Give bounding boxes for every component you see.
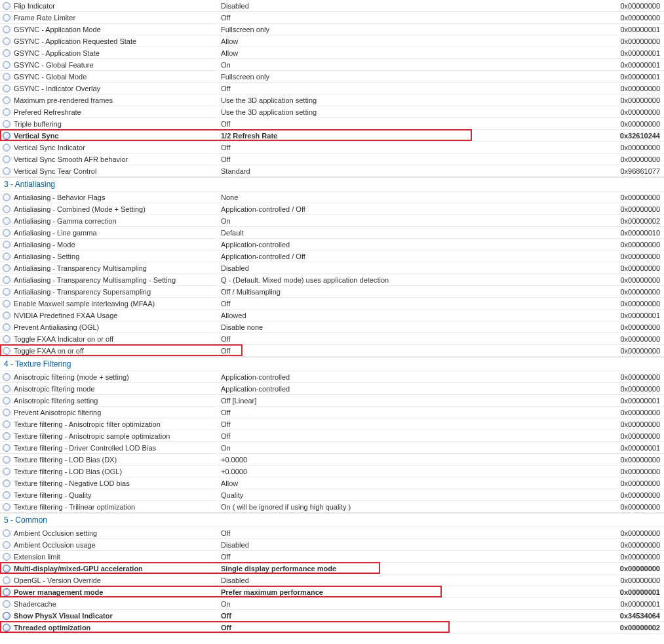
setting-value[interactable]: Off <box>220 418 610 430</box>
setting-value[interactable]: Default <box>220 227 610 239</box>
setting-row[interactable]: Frame Rate LimiterOff0x00000000 <box>0 12 664 24</box>
section-header[interactable]: 3 - Antialiasing <box>0 177 664 191</box>
setting-row[interactable]: Texture filtering - Trilinear optimizati… <box>0 501 664 513</box>
setting-value[interactable]: None <box>220 191 610 203</box>
setting-value[interactable]: Off <box>220 298 610 310</box>
setting-row[interactable]: Antialiasing - Line gammaDefault0x000000… <box>0 227 664 239</box>
setting-row[interactable]: Antialiasing - Gamma correctionOn0x00000… <box>0 215 664 227</box>
setting-row[interactable]: Texture filtering - Anisotropic filter o… <box>0 418 664 430</box>
setting-row[interactable]: GSYNC - Application StateAllow0x00000001 <box>0 47 664 59</box>
setting-value[interactable]: +0.0000 <box>220 454 610 466</box>
setting-value[interactable]: Disabled <box>220 262 610 274</box>
setting-row[interactable]: Toggle FXAA on or offOff0x00000000 <box>0 345 664 357</box>
setting-row[interactable]: Texture filtering - Driver Controlled LO… <box>0 442 664 454</box>
setting-value[interactable]: Application-controlled <box>220 383 610 395</box>
setting-value[interactable]: Disable none <box>220 321 610 333</box>
setting-row[interactable]: NVIDIA Predefined FXAA UsageAllowed0x000… <box>0 310 664 321</box>
setting-value[interactable]: Quality <box>220 489 610 501</box>
setting-value[interactable]: On <box>220 442 610 454</box>
setting-value[interactable]: Off <box>220 153 610 165</box>
section-header[interactable]: 4 - Texture Filtering <box>0 357 664 371</box>
setting-value[interactable]: Disabled <box>220 574 610 586</box>
setting-row[interactable]: Antialiasing - Transparency Multisamplin… <box>0 262 664 274</box>
setting-value[interactable]: Fullscreen only <box>220 71 610 83</box>
setting-row[interactable]: Antialiasing - Behavior FlagsNone0x00000… <box>0 191 664 203</box>
setting-row[interactable]: GSYNC - Global FeatureOn0x00000001 <box>0 59 664 71</box>
setting-row[interactable]: Prevent Antialiasing (OGL)Disable none0x… <box>0 321 664 333</box>
setting-value[interactable]: 1/2 Refresh Rate <box>220 130 610 142</box>
setting-value[interactable]: Off / Multisampling <box>220 286 610 298</box>
setting-row[interactable]: Ambient Occlusion settingOff0x00000000 <box>0 527 664 539</box>
setting-row[interactable]: Maximum pre-rendered framesUse the 3D ap… <box>0 94 664 106</box>
setting-value[interactable]: On <box>220 598 610 610</box>
section-header[interactable]: 5 - Common <box>0 513 664 527</box>
setting-value[interactable]: Prefer maximum performance <box>220 586 610 598</box>
setting-value[interactable]: Off <box>220 345 610 357</box>
setting-value[interactable]: Allow <box>220 35 610 47</box>
setting-row[interactable]: Texture filtering - LOD Bias (OGL)+0.000… <box>0 466 664 477</box>
setting-value[interactable]: Application-controlled / Off <box>220 251 610 262</box>
setting-row[interactable]: GSYNC - Application ModeFullscreen only0… <box>0 24 664 35</box>
setting-row[interactable]: Toggle FXAA Indicator on or offOff0x0000… <box>0 333 664 345</box>
setting-row[interactable]: Vertical Sync Smooth AFR behaviorOff0x00… <box>0 153 664 165</box>
setting-value[interactable]: Single display performance mode <box>220 563 610 574</box>
setting-row[interactable]: Anisotropic filtering (mode + setting)Ap… <box>0 371 664 383</box>
setting-value[interactable]: Application-controlled <box>220 239 610 251</box>
setting-value[interactable]: Standard <box>220 165 610 177</box>
setting-row[interactable]: Power management modePrefer maximum perf… <box>0 586 664 598</box>
setting-value[interactable]: On <box>220 59 610 71</box>
setting-row[interactable]: Show PhysX Visual IndicatorOff0x34534064 <box>0 610 664 622</box>
setting-row[interactable]: Texture filtering - QualityQuality0x0000… <box>0 489 664 501</box>
setting-row[interactable]: Anisotropic filtering modeApplication-co… <box>0 383 664 395</box>
setting-row[interactable]: Anisotropic filtering settingOff [Linear… <box>0 395 664 407</box>
setting-row[interactable]: Vertical Sync1/2 Refresh Rate0x32610244 <box>0 130 664 142</box>
setting-value[interactable]: On ( will be ignored if using high quali… <box>220 501 610 513</box>
setting-row[interactable]: Triple bufferingOff0x00000000 <box>0 118 664 130</box>
setting-row[interactable]: ShadercacheOn0x00000001 <box>0 598 664 610</box>
setting-row[interactable]: Antialiasing - ModeApplication-controlle… <box>0 239 664 251</box>
setting-row[interactable]: GSYNC - Indicator OverlayOff0x00000000 <box>0 83 664 94</box>
setting-row[interactable]: Texture filtering - Negative LOD biasAll… <box>0 477 664 489</box>
setting-row[interactable]: OpenGL - Version OverrideDisabled0x00000… <box>0 574 664 586</box>
setting-row[interactable]: Extension limitOff0x00000000 <box>0 551 664 563</box>
setting-row[interactable]: Enable Maxwell sample interleaving (MFAA… <box>0 298 664 310</box>
setting-row[interactable]: Texture filtering - LOD Bias (DX)+0.0000… <box>0 454 664 466</box>
setting-value[interactable]: Use the 3D application setting <box>220 94 610 106</box>
setting-value[interactable]: Off <box>220 622 610 634</box>
setting-row[interactable]: Antialiasing - Combined (Mode + Setting)… <box>0 203 664 215</box>
setting-value[interactable]: Off <box>220 12 610 24</box>
setting-value[interactable]: Disabled <box>220 539 610 551</box>
setting-row[interactable]: Antialiasing - Transparency Supersamplin… <box>0 286 664 298</box>
setting-row[interactable]: GSYNC - Global ModeFullscreen only0x0000… <box>0 71 664 83</box>
setting-value[interactable]: Off <box>220 83 610 94</box>
setting-row[interactable]: Multi-display/mixed-GPU accelerationSing… <box>0 563 664 574</box>
setting-value[interactable]: Off <box>220 333 610 345</box>
setting-row[interactable]: GSYNC - Application Requested StateAllow… <box>0 35 664 47</box>
setting-value[interactable]: Use the 3D application setting <box>220 106 610 118</box>
setting-value[interactable]: Off <box>220 142 610 153</box>
setting-row[interactable]: Prefered RefreshrateUse the 3D applicati… <box>0 106 664 118</box>
setting-value[interactable]: Application-controlled / Off <box>220 203 610 215</box>
setting-value[interactable]: Disabled <box>220 0 610 12</box>
setting-value[interactable]: Off <box>220 610 610 622</box>
setting-value[interactable]: Off <box>220 118 610 130</box>
setting-row[interactable]: Antialiasing - Transparency Multisamplin… <box>0 274 664 286</box>
setting-value[interactable]: Application-controlled <box>220 371 610 383</box>
setting-value[interactable]: Allowed <box>220 310 610 321</box>
setting-value[interactable]: Q - (Default. Mixed mode) uses applicati… <box>220 274 610 286</box>
setting-row[interactable]: Threaded optimizationOff0x00000002 <box>0 622 664 634</box>
setting-row[interactable]: Prevent Anisotropic filteringOff0x000000… <box>0 407 664 418</box>
setting-row[interactable]: Texture filtering - Anisotropic sample o… <box>0 430 664 442</box>
setting-value[interactable]: +0.0000 <box>220 466 610 477</box>
setting-value[interactable]: Off [Linear] <box>220 395 610 407</box>
setting-row[interactable]: Ambient Occlusion usageDisabled0x0000000… <box>0 539 664 551</box>
setting-row[interactable]: Flip IndicatorDisabled0x00000000 <box>0 0 664 12</box>
setting-row[interactable]: Vertical Sync Tear ControlStandard0x9686… <box>0 165 664 177</box>
setting-value[interactable]: Off <box>220 527 610 539</box>
setting-value[interactable]: Fullscreen only <box>220 24 610 35</box>
setting-value[interactable]: Off <box>220 551 610 563</box>
setting-value[interactable]: On <box>220 215 610 227</box>
setting-value[interactable]: Allow <box>220 477 610 489</box>
setting-row[interactable]: Antialiasing - SettingApplication-contro… <box>0 251 664 262</box>
setting-row[interactable]: Vertical Sync IndicatorOff0x00000000 <box>0 142 664 153</box>
